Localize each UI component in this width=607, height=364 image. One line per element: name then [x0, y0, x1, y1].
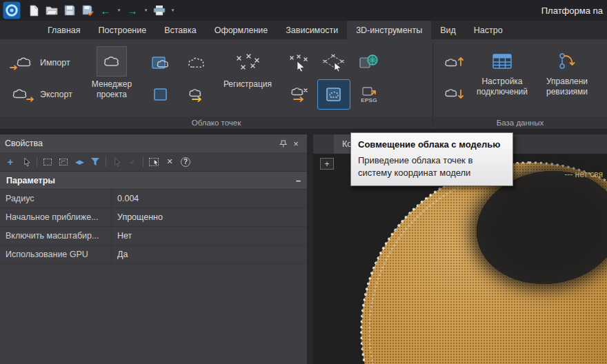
remove-cloud-points-button[interactable] — [283, 80, 315, 109]
tab-label: Вставка — [164, 26, 196, 35]
fence-select-button[interactable] — [58, 156, 69, 168]
prop-value[interactable]: Упрощенно — [112, 208, 307, 226]
tab-label: 3D-инструменты — [356, 26, 422, 35]
tab-3d-instrumenty[interactable]: 3D-инструменты — [347, 21, 431, 39]
qat-customize-dropdown[interactable]: ▾ — [169, 2, 177, 19]
cursor-icon — [113, 157, 121, 167]
window-title: Платформа na — [541, 6, 604, 16]
pin-button[interactable] — [277, 137, 290, 150]
pin-icon — [279, 139, 288, 148]
cloud-import-icon — [10, 56, 34, 70]
prop-value[interactable]: Нет — [112, 227, 307, 245]
tab-glavnaya[interactable]: Главная — [39, 21, 90, 39]
prop-value[interactable]: 0.004 — [112, 190, 307, 208]
prop-value[interactable]: Да — [112, 245, 307, 263]
geo-locate-button[interactable] — [353, 48, 385, 77]
blue-box-icon — [152, 87, 170, 102]
project-manager-button[interactable]: Менеджер проекта — [81, 42, 142, 115]
title-bar: ← ▾ → ▾ ▾ Платформа na — [0, 0, 607, 21]
database-table-icon — [492, 52, 513, 70]
ribbon-group-database: Настройка подключений Управлени ревизиям… — [433, 39, 607, 129]
prop-row-initial-approx: Начальное приближе... Упрощенно — [0, 208, 307, 227]
help-button[interactable]: ? — [180, 156, 191, 168]
close-panel-button[interactable]: × — [290, 137, 302, 150]
icon-frame — [557, 46, 577, 77]
window-select-button[interactable] — [42, 156, 53, 168]
app-window: ← ▾ → ▾ ▾ Платформа na Главная Построени… — [0, 0, 607, 364]
save-all-button[interactable] — [79, 2, 96, 19]
plus-icon: + — [324, 159, 329, 169]
tooltip-title: Совмещение облака с моделью — [358, 139, 506, 150]
clip-cloud-button[interactable] — [146, 48, 177, 77]
import-label: Импорт — [40, 58, 70, 68]
redo-button[interactable]: → — [124, 2, 141, 19]
properties-panel-header: Свойства × — [0, 134, 307, 152]
revisions-icon — [557, 52, 577, 71]
app-logo-icon[interactable] — [3, 1, 21, 19]
close-icon: × — [293, 139, 299, 149]
epsg-button[interactable]: EPSG — [353, 80, 385, 109]
connection-settings-button[interactable]: Настройка подключений — [472, 42, 532, 115]
tab-oformlenie[interactable]: Оформление — [206, 21, 277, 39]
registration-button[interactable]: Регистрация — [216, 42, 279, 115]
select-points-button[interactable] — [283, 48, 315, 77]
undo-dropdown[interactable]: ▾ — [115, 2, 123, 19]
tab-zavisimosti[interactable]: Зависимости — [277, 21, 347, 39]
registration-label: Регистрация — [223, 79, 272, 89]
section-box-button[interactable] — [146, 80, 177, 109]
mirror-button[interactable]: ◀▶ — [74, 156, 85, 168]
tab-vid[interactable]: Вид — [431, 21, 465, 39]
toolbar-separator — [143, 156, 143, 167]
box-globe-icon — [359, 54, 379, 72]
group-label-point-cloud: Облако точек — [0, 117, 432, 129]
revision-management-button[interactable]: Управлени ревизиями — [535, 42, 599, 115]
selection-toolbar: + ◀▶ — [0, 152, 307, 172]
toolbar-separator — [106, 156, 106, 167]
add-points-button[interactable]: + — [5, 156, 16, 168]
viewport-add-view-button[interactable]: + — [320, 158, 334, 170]
properties-panel: Свойства × + — [0, 134, 307, 364]
remove-points-button[interactable]: ✕ — [164, 156, 175, 168]
align-cloud-with-model-button[interactable] — [318, 80, 350, 109]
tooltip: Совмещение облака с моделью Приведение о… — [350, 132, 513, 186]
fence-points-button[interactable] — [318, 48, 350, 77]
ribbon-tab-bar: Главная Построение Вставка Оформление За… — [0, 21, 607, 39]
prop-label: Использование GPU — [0, 245, 112, 263]
select-arrow-button[interactable] — [21, 156, 32, 168]
cloud-download-button[interactable] — [437, 80, 469, 109]
redo-dropdown[interactable]: ▾ — [142, 2, 150, 19]
print-button[interactable] — [151, 2, 168, 19]
polygon-points-icon — [322, 54, 346, 72]
cloud-upload-button[interactable] — [437, 48, 469, 77]
icon-frame — [233, 46, 262, 79]
back-arrow-icon: ← — [101, 6, 111, 16]
apply-selection-button[interactable]: ✓ — [127, 156, 138, 168]
import-button[interactable]: Импорт — [4, 48, 78, 77]
parameters-section-header[interactable]: Параметры – — [0, 172, 307, 190]
connection-settings-label: Настройка подключений — [473, 77, 531, 97]
save-all-icon — [82, 5, 94, 17]
prop-row-enable-scaling: Включить масштабир... Нет — [0, 227, 307, 245]
question-glyph: ? — [183, 158, 188, 165]
help-icon: ? — [181, 157, 190, 167]
convert-cloud-button[interactable] — [181, 80, 212, 109]
new-file-button[interactable] — [26, 2, 42, 19]
save-button[interactable] — [61, 2, 78, 19]
prop-label: Начальное приближе... — [0, 208, 112, 226]
sparse-cloud-button[interactable] — [181, 48, 212, 77]
pick-box-button[interactable] — [148, 156, 159, 168]
tooltip-body: Приведение облака точек в систему коорди… — [358, 154, 506, 179]
dropdown-icon: ▾ — [172, 8, 175, 13]
lasso-select-button[interactable] — [111, 156, 122, 168]
tab-postroenie[interactable]: Построение — [90, 21, 156, 39]
undo-button[interactable]: ← — [97, 2, 114, 19]
tab-label: Построение — [99, 26, 147, 35]
tab-vstavka[interactable]: Вставка — [155, 21, 205, 39]
tab-nastroyki[interactable]: Настро — [465, 21, 512, 39]
check-icon: ✓ — [129, 157, 136, 167]
export-button[interactable]: Экспорт — [4, 80, 78, 109]
dropdown-icon: ▾ — [145, 8, 148, 13]
open-file-button[interactable] — [43, 2, 60, 19]
filter-button[interactable] — [90, 156, 101, 168]
dotted-cloud-icon — [186, 55, 208, 70]
